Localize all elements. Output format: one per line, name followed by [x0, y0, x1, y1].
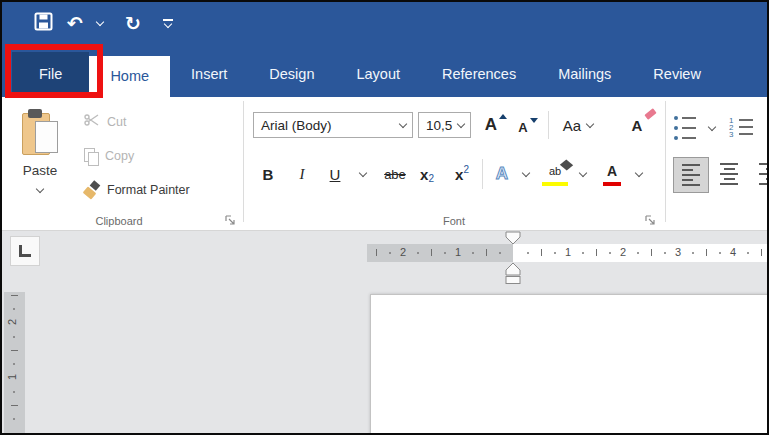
ruler-number: 2	[6, 319, 18, 325]
cut-button[interactable]: Cut	[84, 111, 126, 133]
font-name-combobox[interactable]: Arial (Body)	[253, 112, 413, 138]
ruler-tick-quarter	[554, 252, 556, 254]
shrink-font-icon: A	[518, 120, 527, 135]
highlight-pen-icon	[560, 160, 573, 171]
shrink-font-button[interactable]: A	[514, 115, 540, 139]
clipboard-group-label: Clipboard	[0, 215, 238, 227]
group-separator	[243, 101, 244, 222]
subscript-base: x	[420, 166, 428, 183]
numbering-button[interactable]: 1 2 3	[726, 113, 756, 141]
font-color-button[interactable]: A	[597, 160, 627, 188]
first-line-indent-marker	[506, 232, 520, 244]
font-size-chevron-icon[interactable]	[457, 119, 465, 127]
bold-button[interactable]: B	[254, 160, 282, 188]
ruler-tick-half	[706, 249, 707, 256]
bullets-chevron-icon[interactable]	[705, 121, 719, 135]
ruler-tick-quarter	[472, 252, 474, 254]
copy-pages-icon	[84, 148, 98, 164]
align-right-button[interactable]	[751, 157, 769, 191]
font-name-chevron-icon[interactable]	[399, 119, 407, 127]
font-color-label: A	[607, 163, 617, 179]
ruler-number: 1	[6, 374, 18, 380]
align-center-button[interactable]	[712, 157, 746, 191]
ruler-number: 3	[675, 246, 681, 258]
ribbon: Paste Cut Copy Format Painter Clipboard …	[0, 97, 769, 231]
format-painter-brush-icon	[84, 182, 100, 198]
underline-chevron-icon[interactable]	[356, 165, 370, 183]
title-bar: ↶ ↻ File Home Insert Design Layout Refer…	[0, 0, 769, 97]
align-right-icon	[759, 163, 769, 185]
subscript-button[interactable]: x 2	[412, 160, 442, 188]
indent-markers[interactable]	[505, 231, 522, 289]
subscript-mark: 2	[428, 173, 434, 184]
ruler-number: 1	[565, 246, 571, 258]
left-indent-marker	[506, 277, 520, 284]
paste-dropdown-chevron-icon[interactable]	[36, 185, 44, 193]
superscript-button[interactable]: x 2	[447, 160, 477, 188]
ruler-tick-quarter	[609, 252, 611, 254]
ruler-tick-half	[651, 249, 652, 256]
tab-mailings[interactable]: Mailings	[537, 52, 632, 97]
clipboard-dialog-launcher-icon[interactable]	[224, 212, 236, 224]
font-dialog-launcher-icon[interactable]	[644, 212, 656, 224]
document-page[interactable]	[370, 294, 769, 435]
grow-font-button[interactable]: A	[482, 113, 508, 137]
redo-icon[interactable]: ↻	[125, 14, 141, 33]
horizontal-ruler[interactable]: 211234	[367, 244, 769, 262]
font-group-label: Font	[243, 215, 665, 227]
ruler-tick-half	[11, 350, 18, 351]
tab-insert[interactable]: Insert	[170, 52, 248, 97]
paste-label: Paste	[23, 163, 58, 178]
tab-stop-selector[interactable]	[10, 236, 40, 266]
underline-button[interactable]: U	[322, 160, 348, 188]
superscript-mark: 2	[463, 164, 469, 175]
undo-dropdown-chevron-icon[interactable]	[96, 17, 104, 25]
highlight-chevron-icon[interactable]	[576, 165, 590, 183]
cut-label: Cut	[107, 115, 126, 129]
ruler-tick-half	[541, 249, 542, 256]
ruler-tick-quarter	[692, 252, 694, 254]
ruler-tick-quarter	[13, 391, 15, 393]
document-area: 211234 12	[0, 231, 769, 435]
annotation-highlight-box	[5, 44, 103, 98]
strikethrough-label: abe	[384, 167, 406, 182]
tab-layout[interactable]: Layout	[335, 52, 421, 97]
ruler-number: 4	[730, 246, 736, 258]
bullets-button[interactable]	[672, 115, 698, 141]
highlight-color-button[interactable]: ab	[539, 160, 571, 188]
paste-button[interactable]: Paste	[8, 105, 72, 217]
save-icon[interactable]	[34, 12, 53, 35]
ruler-tick-quarter	[664, 252, 666, 254]
ruler-tick-quarter	[13, 363, 15, 365]
tab-review[interactable]: Review	[632, 52, 722, 97]
strikethrough-button[interactable]: abe	[378, 160, 412, 188]
grow-font-icon: A	[485, 115, 497, 135]
ruler-tick-quarter	[527, 252, 529, 254]
customize-quick-access-icon[interactable]	[163, 19, 173, 27]
font-size-combobox[interactable]: 10,5	[418, 112, 471, 138]
button-separator	[482, 159, 483, 189]
change-case-icon: Aa	[563, 117, 581, 134]
ruler-number: 2	[400, 246, 406, 258]
font-color-swatch	[603, 182, 621, 186]
italic-button[interactable]: I	[289, 160, 315, 188]
undo-icon[interactable]: ↶	[67, 14, 83, 33]
button-separator	[548, 111, 549, 139]
text-effects-chevron-icon[interactable]	[519, 165, 533, 183]
ruler-tick-half	[596, 249, 597, 256]
tab-references[interactable]: References	[421, 52, 537, 97]
font-color-chevron-icon[interactable]	[632, 165, 646, 183]
ruler-tick-quarter	[582, 252, 584, 254]
clear-formatting-button[interactable]: A	[622, 113, 652, 137]
ruler-tick-quarter	[13, 308, 15, 310]
copy-button[interactable]: Copy	[84, 145, 134, 167]
tab-design[interactable]: Design	[248, 52, 335, 97]
text-effects-button[interactable]: A	[489, 160, 515, 188]
align-center-icon	[720, 163, 738, 185]
format-painter-button[interactable]: Format Painter	[84, 179, 190, 201]
align-left-button[interactable]	[673, 157, 709, 193]
change-case-button[interactable]: Aa	[556, 113, 600, 137]
format-painter-label: Format Painter	[107, 183, 190, 197]
vertical-ruler[interactable]: 12	[4, 292, 25, 435]
copy-label: Copy	[105, 149, 134, 163]
